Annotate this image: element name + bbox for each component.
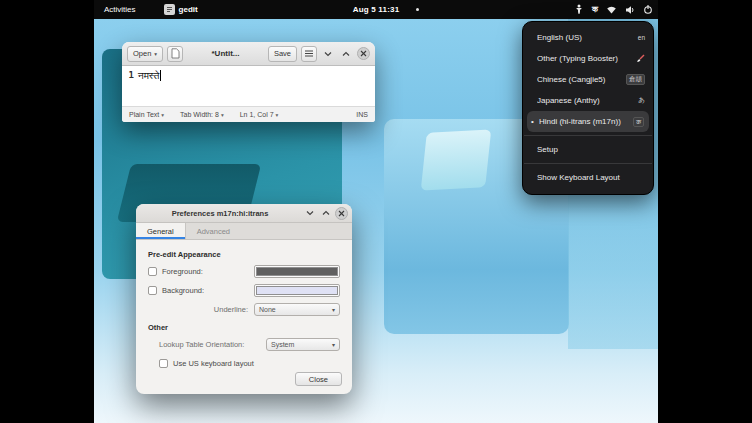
menu-item-typing-booster[interactable]: Other (Typing Booster)	[523, 48, 653, 69]
close-icon	[338, 210, 345, 217]
app-menu-button[interactable]: gedit	[164, 4, 198, 15]
wallpaper-shape	[421, 129, 492, 190]
input-source-menu: English (US) en Other (Typing Booster) C…	[522, 21, 654, 195]
activities-button[interactable]: Activities	[94, 0, 146, 19]
menu-item-label: Chinese (Cangjie5)	[537, 75, 623, 84]
desktop: Activities gedit Aug 5 11:31 क	[94, 0, 658, 423]
chevron-down-icon	[324, 50, 332, 58]
language-selector[interactable]: Plain Text ▾	[129, 111, 164, 118]
foreground-swatch	[256, 267, 338, 276]
menu-item-japanese-anthy[interactable]: Japanese (Anthy) あ	[523, 90, 653, 111]
save-button[interactable]: Save	[268, 46, 297, 62]
background-swatch	[256, 286, 338, 295]
layout-badge: en	[638, 34, 645, 41]
chevron-up-icon	[322, 209, 330, 217]
foreground-checkbox[interactable]	[148, 267, 157, 276]
tab-general[interactable]: General	[136, 223, 186, 239]
gedit-window: Open ▾ *Untit... Save 1 नमस्ते	[122, 42, 375, 122]
layout-badge: 倉頡	[626, 74, 645, 85]
underline-value: None	[259, 306, 276, 313]
menu-item-english-us[interactable]: English (US) en	[523, 27, 653, 48]
gedit-statusbar: Plain Text ▾ Tab Width: 8 ▾ Ln 1, Col 7 …	[122, 106, 375, 122]
menu-button[interactable]	[301, 46, 317, 62]
text-cursor	[160, 70, 161, 81]
app-menu-label: gedit	[179, 5, 198, 14]
power-icon[interactable]	[643, 4, 653, 15]
input-source-indicator[interactable]: क	[592, 5, 598, 15]
gedit-headerbar[interactable]: Open ▾ *Untit... Save	[122, 42, 375, 66]
open-button-label: Open	[133, 49, 151, 58]
gedit-app-icon	[164, 4, 175, 15]
chevron-down-icon: ▾	[332, 341, 335, 348]
dialog-tabs: General Advanced	[136, 223, 352, 240]
lookup-orientation-select[interactable]: System ▾	[266, 338, 340, 351]
menu-separator	[524, 163, 652, 164]
menu-separator	[524, 135, 652, 136]
window-title: *Untit...	[187, 49, 264, 58]
menu-item-label: Japanese (Anthy)	[537, 96, 635, 105]
menu-item-label: Other (Typing Booster)	[537, 54, 633, 63]
tab-advanced[interactable]: Advanced	[186, 223, 241, 239]
clock[interactable]: Aug 5 11:31	[353, 5, 400, 14]
dialog-body: Pre-edit Appearance Foreground: Backgrou…	[136, 240, 352, 370]
dialog-titlebar[interactable]: Preferences m17n:hi:itrans	[136, 204, 352, 223]
chevron-down-icon: ▾	[161, 112, 164, 118]
radio-indicator: •	[529, 117, 536, 126]
editor-area[interactable]: 1 नमस्ते	[122, 66, 375, 106]
chevron-down-icon: ▾	[154, 51, 157, 57]
close-button[interactable]	[357, 47, 370, 60]
cursor-position-label: Ln 1, Col 7	[240, 111, 274, 118]
language-label: Plain Text	[129, 111, 159, 118]
background-checkbox[interactable]	[148, 286, 157, 295]
menu-item-hindi-itrans[interactable]: • Hindi (hi-itrans (m17n)) क	[527, 111, 649, 132]
layout-badge: あ	[638, 96, 645, 105]
editor-text: नमस्ते	[138, 70, 159, 106]
maximize-button[interactable]	[339, 47, 353, 61]
close-icon	[360, 50, 367, 57]
foreground-label: Foreground:	[162, 267, 203, 276]
underline-label: Underline:	[214, 305, 248, 314]
top-bar: Activities gedit Aug 5 11:31 क	[94, 0, 658, 19]
line-number: 1	[122, 70, 138, 106]
tab-width-label: Tab Width: 8	[180, 111, 219, 118]
lookup-orientation-value: System	[271, 341, 294, 348]
network-icon	[606, 5, 617, 15]
background-label: Background:	[162, 286, 204, 295]
chevron-down-icon: ▾	[332, 306, 335, 313]
chevron-down-icon	[306, 209, 314, 217]
hamburger-icon	[305, 50, 313, 57]
maximize-button[interactable]	[319, 206, 333, 220]
close-button[interactable]	[335, 207, 348, 220]
lookup-orientation-label: Lookup Table Orientation:	[159, 340, 244, 349]
accessibility-icon[interactable]	[574, 4, 584, 15]
menu-item-chinese-cangjie[interactable]: Chinese (Cangjie5) 倉頡	[523, 69, 653, 90]
menu-item-label: Hindi (hi-itrans (m17n))	[539, 117, 630, 126]
chevron-down-icon: ▾	[221, 112, 224, 118]
tab-width-selector[interactable]: Tab Width: 8 ▾	[180, 111, 224, 118]
menu-item-setup[interactable]: Setup	[523, 139, 653, 160]
volume-icon	[625, 5, 635, 15]
chevron-up-icon	[342, 50, 350, 58]
chevron-down-icon: ▾	[276, 112, 279, 118]
cursor-position[interactable]: Ln 1, Col 7 ▾	[240, 111, 279, 118]
layout-badge: क	[633, 117, 644, 127]
us-keyboard-label: Use US keyboard layout	[173, 359, 254, 368]
preferences-dialog: Preferences m17n:hi:itrans General Advan…	[136, 204, 352, 394]
notification-dot	[416, 8, 419, 11]
other-section-heading: Other	[148, 323, 340, 332]
insert-mode-indicator: INS	[356, 111, 368, 118]
foreground-color-button[interactable]	[254, 265, 340, 278]
us-keyboard-checkbox[interactable]	[159, 359, 168, 368]
menu-item-label: Show Keyboard Layout	[537, 173, 645, 182]
new-document-button[interactable]	[167, 46, 183, 62]
background-color-button[interactable]	[254, 284, 340, 297]
minimize-button[interactable]	[303, 206, 317, 220]
dialog-close-button[interactable]: Close	[295, 372, 342, 386]
underline-select[interactable]: None ▾	[254, 303, 340, 316]
open-button[interactable]: Open ▾	[127, 46, 163, 62]
preedit-section-heading: Pre-edit Appearance	[148, 250, 340, 259]
menu-item-label: English (US)	[537, 33, 635, 42]
minimize-button[interactable]	[321, 47, 335, 61]
dialog-title: Preferences m17n:hi:itrans	[136, 209, 304, 218]
menu-item-show-keyboard-layout[interactable]: Show Keyboard Layout	[523, 167, 653, 188]
